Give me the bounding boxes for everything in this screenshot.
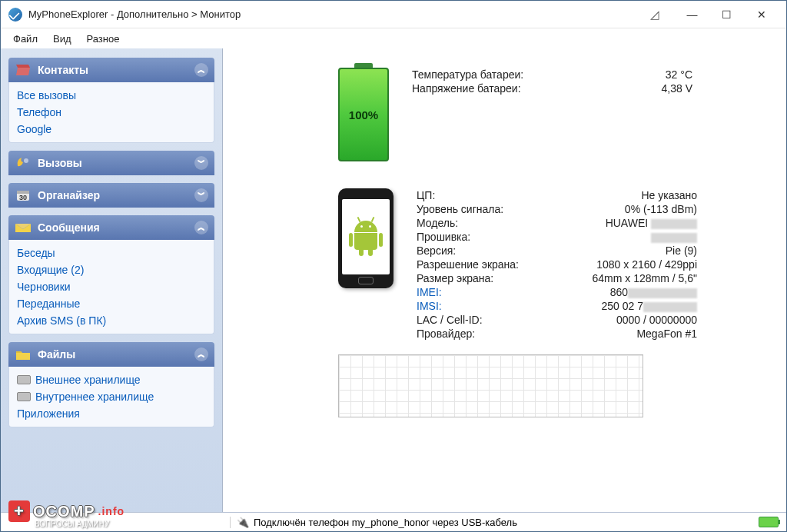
chevron-down-icon: ︾ (194, 188, 208, 202)
imsi-label[interactable]: IMSI: (417, 300, 563, 312)
imei-value: 860 (563, 286, 697, 298)
drive-icon (17, 392, 31, 401)
censored-box (643, 302, 697, 312)
svg-point-0 (24, 158, 28, 163)
content-area: Контакты ︽ Все вызовы Телефон Google Выз… (1, 48, 786, 514)
android-icon (352, 221, 380, 253)
panel-files-header[interactable]: Файлы ︽ (8, 342, 214, 367)
menubar: Файл Вид Разное (1, 28, 786, 48)
device-info: ЦП:Не указано Уровень сигнала:0% (-113 d… (417, 188, 697, 341)
signal-value: 0% (-113 dBm) (563, 203, 697, 215)
folder-icon (15, 347, 32, 362)
sidebar-item-google[interactable]: Google (17, 121, 206, 138)
contacts-icon (15, 62, 32, 78)
cpu-value: Не указано (563, 189, 697, 201)
sidebar-item-chats[interactable]: Беседы (17, 244, 206, 261)
calendar-icon: 30 (15, 188, 32, 203)
censored-box (628, 288, 697, 298)
battery-percent: 100% (349, 108, 378, 121)
fw-label: Прошивка: (417, 231, 563, 243)
res-value: 1080 x 2160 / 429ppi (563, 258, 697, 271)
prov-value: MegaFon #1 (563, 328, 697, 340)
sidebar-item-archive[interactable]: Архив SMS (в ПК) (17, 312, 206, 329)
watermark-tld: .info (98, 505, 125, 517)
plus-icon: + (8, 500, 30, 522)
watermark: + OCOMP.info (8, 500, 125, 522)
panel-files: Файлы ︽ Внешнее хранилище Внутреннее хра… (8, 342, 214, 427)
censored-box (651, 219, 697, 229)
battery-temp-value: 32 °C (558, 68, 692, 81)
ver-label: Версия: (417, 244, 563, 257)
model-value: HUAWEI (563, 217, 697, 229)
sidebar: Контакты ︽ Все вызовы Телефон Google Выз… (1, 48, 222, 514)
lac-label: LAC / Cell-ID: (417, 314, 563, 326)
panel-messages-body: Беседы Входящие (2) Черновики Переданные… (8, 240, 214, 334)
panel-calls-header[interactable]: Вызовы ︾ (8, 151, 214, 175)
status-battery-icon (759, 517, 779, 527)
battery-info: Температура батареи:32 °C Напряжение бат… (412, 68, 692, 95)
sidebar-item-sent[interactable]: Переданные (17, 295, 206, 312)
battery-volt-label: Напряжение батареи: (412, 82, 558, 95)
prov-label: Провайдер: (417, 328, 563, 340)
sidebar-item-int-storage[interactable]: Внутреннее хранилище (17, 388, 206, 405)
imei-label[interactable]: IMEI: (417, 286, 563, 298)
panel-organizer-header[interactable]: 30 Органайзер ︾ (8, 183, 214, 208)
model-label: Модель: (417, 217, 563, 229)
battery-icon: 100% (338, 68, 389, 161)
usb-plug-icon: 🔌 (237, 517, 249, 528)
battery-temp-label: Температура батареи: (412, 68, 558, 81)
envelope-icon (15, 220, 32, 235)
sidebar-item-drafts[interactable]: Черновики (17, 278, 206, 295)
fw-value (563, 231, 697, 243)
panel-files-body: Внешнее хранилище Внутреннее хранилище П… (8, 367, 214, 427)
battery-volt-value: 4,38 V (558, 82, 692, 95)
menu-file[interactable]: Файл (5, 30, 45, 48)
sidebar-item-phone[interactable]: Телефон (17, 104, 206, 121)
app-window: MyPhoneExplorer - Дополнительно > Монито… (0, 0, 787, 532)
chevron-up-icon: ︽ (194, 221, 208, 234)
chevron-up-icon: ︽ (194, 63, 208, 77)
sidebar-item-apps[interactable]: Приложения (17, 405, 206, 422)
size-label: Размер экрана: (417, 272, 563, 284)
main-monitor: 100% Температура батареи:32 °C Напряжени… (222, 48, 786, 514)
panel-calls: Вызовы ︾ (8, 151, 214, 175)
menu-misc[interactable]: Разное (79, 30, 128, 48)
panel-messages-header[interactable]: Сообщения ︽ (8, 215, 214, 240)
signal-label: Уровень сигнала: (417, 203, 563, 215)
svg-text:30: 30 (19, 194, 27, 201)
signal-icon: ◿ (650, 8, 659, 22)
close-button[interactable]: ✕ (744, 3, 779, 26)
panel-files-title: Файлы (38, 348, 75, 361)
sidebar-item-inbox[interactable]: Входящие (2) (17, 261, 206, 278)
watermark-subtitle: ВОПРОСЫ АДМИНУ (35, 520, 109, 528)
chevron-up-icon: ︽ (194, 347, 208, 361)
panel-organizer: 30 Органайзер ︾ (8, 183, 214, 208)
lac-value: 0000 / 00000000 (563, 314, 697, 326)
panel-contacts: Контакты ︽ Все вызовы Телефон Google (8, 58, 214, 143)
calls-icon (15, 155, 32, 171)
ver-value: Pie (9) (563, 244, 697, 257)
panel-contacts-header[interactable]: Контакты ︽ (8, 58, 214, 82)
maximize-button[interactable]: ☐ (709, 3, 744, 26)
titlebar: MyPhoneExplorer - Дополнительно > Монито… (1, 1, 786, 28)
panel-messages: Сообщения ︽ Беседы Входящие (2) Черновик… (8, 215, 214, 334)
panel-messages-title: Сообщения (38, 221, 100, 234)
window-title: MyPhoneExplorer - Дополнительно > Монито… (28, 8, 650, 20)
cpu-label: ЦП: (417, 189, 563, 201)
censored-box (651, 233, 697, 243)
watermark-brand: OCOMP (33, 503, 95, 520)
sidebar-item-all-calls[interactable]: Все вызовы (17, 87, 206, 104)
minimize-button[interactable]: — (675, 3, 709, 26)
panel-contacts-title: Контакты (38, 64, 88, 76)
panel-calls-title: Вызовы (38, 157, 82, 169)
app-icon (8, 8, 22, 22)
window-controls: — ☐ ✕ (675, 3, 779, 26)
res-label: Разрешение экрана: (417, 258, 563, 271)
chevron-down-icon: ︾ (194, 156, 208, 170)
menu-view[interactable]: Вид (45, 30, 79, 48)
size-value: 64mm x 128mm / 5,6" (563, 272, 697, 284)
sidebar-item-ext-storage[interactable]: Внешнее хранилище (17, 371, 206, 388)
chart-grid (338, 354, 643, 417)
status-text: Подключён телефон my_phone_honor через U… (254, 517, 517, 528)
phone-graphic (338, 188, 394, 288)
